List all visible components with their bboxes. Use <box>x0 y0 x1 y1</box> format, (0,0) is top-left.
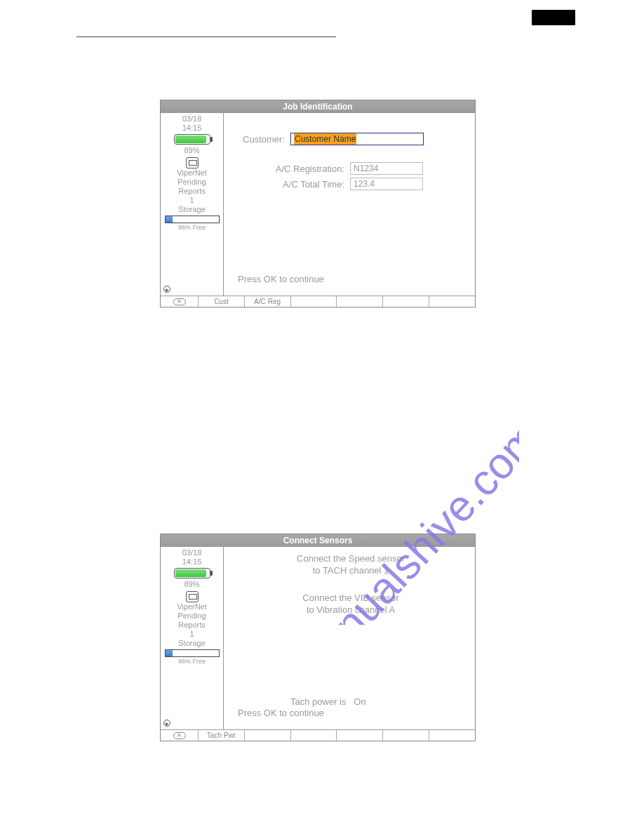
vib-line-2: to Vibration channel A <box>238 604 464 616</box>
cancel-icon: ✕ <box>173 298 186 305</box>
connect-sensors-screen: Connect Sensors 03/18 14:15 89% ViperNet… <box>160 534 476 741</box>
tach-power-label: Tach power is <box>290 696 346 707</box>
connect-sensors-body: Connect the Speed sensor to TACH channel… <box>224 547 475 729</box>
softkey-blank-5[interactable] <box>429 730 475 741</box>
press-ok-prompt: Press OK to continue <box>238 274 324 284</box>
speed-line-1: Connect the Speed sensor <box>238 552 464 564</box>
battery-fill <box>175 135 206 143</box>
softkey-blank-2[interactable] <box>337 296 383 307</box>
ac-registration-input[interactable]: N1234 <box>350 162 423 175</box>
speed-sensor-msg: Connect the Speed sensor to TACH channel… <box>238 552 464 576</box>
tach-power-line: Tach power is On <box>290 696 366 707</box>
pending-label-1: Pending <box>161 611 223 621</box>
speed-line-2: to TACH channel 1 <box>238 564 464 576</box>
network-label: ViperNet <box>161 168 223 178</box>
softkey-bar: ✕ Cust A/C Reg <box>161 296 475 307</box>
storage-label: Storage <box>161 639 223 648</box>
softkey-cancel[interactable]: ✕ <box>161 296 199 307</box>
softkey-acreg[interactable]: A/C Reg <box>245 296 291 307</box>
vib-sensor-msg: Connect the VIB sensor to Vibration chan… <box>238 592 464 616</box>
play-icon: ▶ <box>163 286 170 293</box>
status-time: 14:15 <box>161 557 223 567</box>
softkey-blank-2[interactable] <box>291 730 337 741</box>
network-icon <box>186 591 199 602</box>
cancel-icon: ✕ <box>173 732 186 739</box>
header-rule <box>76 37 336 37</box>
ac-registration-label: A/C Registration: <box>238 164 350 174</box>
customer-label: Customer: <box>238 134 290 145</box>
battery-icon <box>174 134 210 145</box>
storage-free: 86% Free <box>161 224 223 231</box>
softkey-bar: ✕ Tach Pwr <box>161 729 475 741</box>
status-time: 14:15 <box>161 124 223 133</box>
network-icon <box>186 157 199 168</box>
status-sidebar: 03/18 14:15 89% ViperNet Pending Reports… <box>161 547 224 729</box>
softkey-blank-4[interactable] <box>429 296 475 307</box>
softkey-blank-4[interactable] <box>383 730 429 741</box>
pending-count: 1 <box>161 196 223 205</box>
job-identification-screen: Job Identification 03/18 14:15 89% Viper… <box>160 100 476 307</box>
softkey-blank-3[interactable] <box>383 296 429 307</box>
softkey-blank-1[interactable] <box>245 730 291 741</box>
softkey-blank-3[interactable] <box>337 730 383 741</box>
storage-fill <box>166 650 173 656</box>
battery-icon <box>174 568 210 578</box>
storage-label: Storage <box>161 205 223 214</box>
status-sidebar: 03/18 14:15 89% ViperNet Pending Reports… <box>161 113 224 296</box>
vib-line-1: Connect the VIB sensor <box>238 592 464 604</box>
pending-label-2: Reports <box>161 187 223 196</box>
pending-count: 1 <box>161 630 223 639</box>
storage-bar <box>165 216 220 223</box>
status-date: 03/18 <box>161 114 223 124</box>
network-label: ViperNet <box>161 602 223 611</box>
status-date: 03/18 <box>161 548 223 557</box>
title-bar: Connect Sensors <box>161 534 475 547</box>
softkey-tachpwr[interactable]: Tach Pwr <box>199 730 245 741</box>
softkey-blank-1[interactable] <box>291 296 337 307</box>
press-ok-prompt: Press OK to continue <box>238 708 324 718</box>
title-bar: Job Identification <box>161 100 475 113</box>
battery-percent: 89% <box>161 580 223 588</box>
ac-total-time-input[interactable]: 123.4 <box>350 178 423 190</box>
softkey-cust[interactable]: Cust <box>199 296 245 307</box>
customer-input[interactable]: Customer Name <box>290 133 424 145</box>
ac-total-time-label: A/C Total Time: <box>238 179 350 190</box>
job-identification-form: Customer: Customer Name A/C Registration… <box>224 113 475 296</box>
pending-label-1: Pending <box>161 178 223 187</box>
page-number-box <box>532 10 575 25</box>
battery-percent: 89% <box>161 146 223 154</box>
battery-fill <box>175 569 206 577</box>
play-icon: ▶ <box>163 720 170 727</box>
pending-label-2: Reports <box>161 621 223 630</box>
storage-free: 86% Free <box>161 658 223 665</box>
tach-power-value: On <box>354 696 365 707</box>
customer-value-highlight: Customer Name <box>294 133 356 145</box>
storage-fill <box>166 216 173 223</box>
storage-bar <box>165 649 220 657</box>
softkey-cancel[interactable]: ✕ <box>161 730 199 741</box>
